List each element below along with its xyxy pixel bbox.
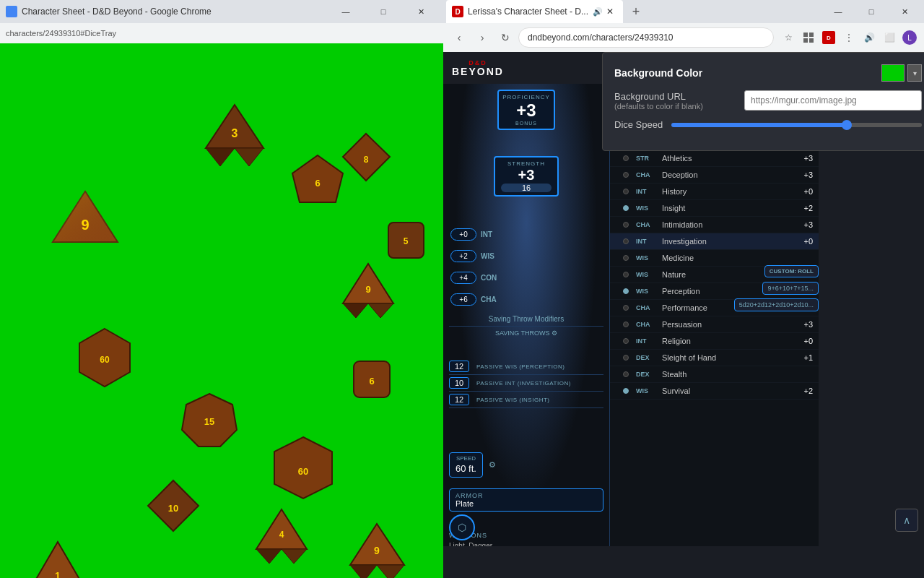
- history-proficiency-dot: [623, 189, 629, 194]
- skill-perception[interactable]: WIS Perception 9+6+10+7+15...: [610, 283, 819, 300]
- right-titlebar: D Lerissa's Character Sheet - D... 🔊 ✕ +…: [443, 0, 924, 23]
- background-color-popup: Background Color ▾ Background URL (defau…: [602, 52, 924, 151]
- svg-rect-37: [803, 33, 808, 37]
- extensions-icon[interactable]: [800, 29, 817, 46]
- investigation-attr: INT: [636, 238, 662, 245]
- strength-box[interactable]: STRENGTH +3 16: [494, 156, 559, 197]
- right-close[interactable]: ✕: [888, 0, 921, 23]
- stealth-proficiency-dot: [623, 371, 629, 377]
- tab-bar: D Lerissa's Character Sheet - D... 🔊 ✕ +: [446, 0, 646, 23]
- speed-settings-icon[interactable]: ⚙: [489, 460, 496, 470]
- svg-marker-26: [282, 549, 307, 564]
- svg-rect-39: [803, 38, 808, 43]
- maximize-button[interactable]: □: [367, 0, 400, 23]
- new-tab-button[interactable]: +: [626, 1, 646, 22]
- svg-text:9: 9: [81, 217, 89, 233]
- skill-survival[interactable]: WIS Survival +2: [610, 383, 819, 400]
- cast-icon[interactable]: ⬜: [881, 29, 898, 46]
- right-maximize[interactable]: □: [855, 0, 888, 23]
- religion-proficiency-dot: [623, 338, 629, 344]
- medicine-name: Medicine: [662, 254, 813, 262]
- skill-intimidation[interactable]: CHA Intimidation +3: [610, 217, 819, 233]
- cha-val: +6: [450, 293, 476, 306]
- die-d6-2[interactable]: 5: [383, 217, 430, 267]
- dice-roller-button[interactable]: ⬡: [449, 514, 475, 540]
- skill-performance[interactable]: CHA Performance 5d20+2d12+2d10+2d10...: [610, 300, 819, 316]
- deception-attr: CHA: [636, 171, 662, 178]
- forward-button[interactable]: ›: [472, 27, 492, 48]
- die-d10-1[interactable]: 6: [289, 152, 346, 212]
- insight-bonus: +2: [803, 204, 813, 212]
- left-url: characters/24939310#DiceTray: [6, 29, 116, 38]
- religion-bonus: +0: [803, 337, 813, 345]
- prof-sublabel: BONUS: [502, 121, 551, 126]
- passives-section: 12 PASSIVE WIS (PERCEPTION) 10 PASSIVE I…: [443, 358, 609, 408]
- right-minimize[interactable]: —: [821, 0, 855, 23]
- passive-investigation: 10 PASSIVE INT (INVESTIGATION): [449, 375, 603, 392]
- stat-row-int: +0 INT: [450, 228, 492, 241]
- color-dropdown[interactable]: ▾: [907, 64, 922, 82]
- skill-insight[interactable]: WIS Insight +2: [610, 200, 819, 217]
- ddb-favicon: D: [452, 6, 463, 17]
- skill-stealth[interactable]: DEX Stealth: [610, 366, 819, 383]
- nav-icon-group: ☆ D ⋮ 🔊 ⬜ L: [780, 29, 918, 46]
- skill-history[interactable]: INT History +0: [610, 184, 819, 200]
- die-d100-2[interactable]: 60: [267, 434, 339, 509]
- menu-icon[interactable]: ⋮: [840, 29, 858, 46]
- sleight-proficiency-dot: [623, 355, 629, 361]
- die-d20-4[interactable]: 4: [253, 506, 310, 566]
- speed-slider-thumb[interactable]: [842, 120, 852, 130]
- die-d6-1[interactable]: 6: [346, 354, 397, 407]
- close-button[interactable]: ✕: [404, 0, 437, 23]
- dice-tray[interactable]: 9 3 6 1: [0, 43, 443, 578]
- die-d12-1[interactable]: 15: [180, 390, 238, 451]
- svg-marker-4: [235, 148, 263, 166]
- character-sheet-main: PROFICIENCY +3 BONUS STRENGTH +3 16 +0 I…: [443, 84, 924, 546]
- left-window-controls: — □ ✕: [329, 0, 437, 23]
- stat-row-wis: +2 WIS: [450, 250, 494, 262]
- refresh-button[interactable]: ↻: [495, 27, 515, 48]
- skill-sleight-of-hand[interactable]: DEX Sleight of Hand +1: [610, 350, 819, 366]
- ddb-ext-icon[interactable]: D: [820, 29, 837, 46]
- performance-attr: CHA: [636, 304, 662, 311]
- skill-religion[interactable]: INT Religion +0: [610, 333, 819, 350]
- active-tab[interactable]: D Lerissa's Character Sheet - D... 🔊 ✕: [446, 0, 623, 23]
- star-icon[interactable]: ☆: [780, 29, 797, 46]
- svg-text:6: 6: [315, 178, 320, 189]
- left-titlebar: Character Sheet - D&D Beyond - Google Ch…: [0, 0, 443, 23]
- skill-medicine[interactable]: WIS Medicine: [610, 250, 819, 267]
- svg-text:3: 3: [232, 127, 238, 139]
- skill-persuasion[interactable]: CHA Persuasion +3: [610, 316, 819, 333]
- die-d20-5[interactable]: 9: [346, 520, 408, 578]
- skill-athletics[interactable]: STR Athletics +3: [610, 150, 819, 167]
- die-d20-2[interactable]: 3: [202, 101, 267, 169]
- skill-investigation[interactable]: INT Investigation +0: [610, 233, 819, 250]
- dice-speed-slider[interactable]: [671, 123, 922, 127]
- address-bar[interactable]: dndbeyond.com/characters/24939310: [518, 27, 774, 48]
- volume-icon[interactable]: 🔊: [860, 29, 878, 46]
- intimidation-proficiency-dot: [623, 222, 629, 228]
- die-d20-3[interactable]: 9: [339, 260, 397, 321]
- tab-close-button[interactable]: ✕: [603, 4, 617, 19]
- dice-speed-label: Dice Speed: [614, 119, 663, 130]
- bg-url-input[interactable]: [744, 90, 922, 111]
- armor-section: ARMOR Plate: [449, 488, 603, 512]
- die-d8-2[interactable]: 8: [339, 130, 393, 187]
- profile-icon[interactable]: L: [901, 29, 918, 46]
- minimize-button[interactable]: —: [329, 0, 362, 23]
- die-d4-1[interactable]: 1: [29, 535, 87, 578]
- con-val: +4: [450, 272, 476, 284]
- sleight-bonus: +1: [803, 353, 813, 362]
- history-bonus: +0: [803, 187, 813, 196]
- custom-roll-tooltip: CUSTOM: ROLL: [764, 265, 819, 277]
- die-d8-1[interactable]: 10: [144, 477, 202, 538]
- back-button[interactable]: ‹: [449, 27, 469, 48]
- color-swatch[interactable]: [881, 64, 905, 82]
- skill-deception[interactable]: CHA Deception +3: [610, 167, 819, 184]
- armor-box: ARMOR Plate: [449, 488, 603, 512]
- skill-nature[interactable]: WIS Nature CUSTOM: ROLL: [610, 267, 819, 283]
- skills-column[interactable]: PROF MOD SKILL BONUS DEX Acrobatics +1 W…: [609, 84, 819, 546]
- tab-audio-icon[interactable]: 🔊: [593, 7, 603, 17]
- die-d20-1[interactable]: 9: [49, 188, 121, 260]
- die-d100-1[interactable]: 60: [72, 325, 137, 393]
